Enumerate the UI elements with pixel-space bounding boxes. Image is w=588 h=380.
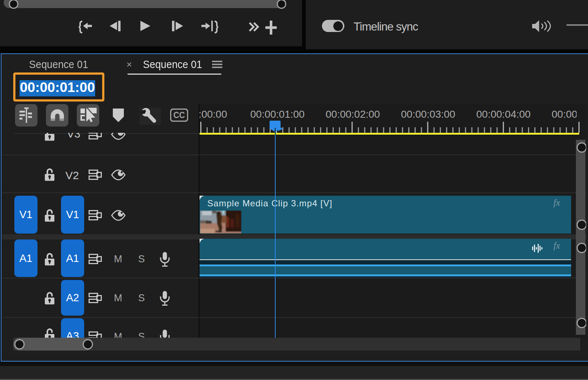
- svg-text:CC: CC: [173, 110, 185, 120]
